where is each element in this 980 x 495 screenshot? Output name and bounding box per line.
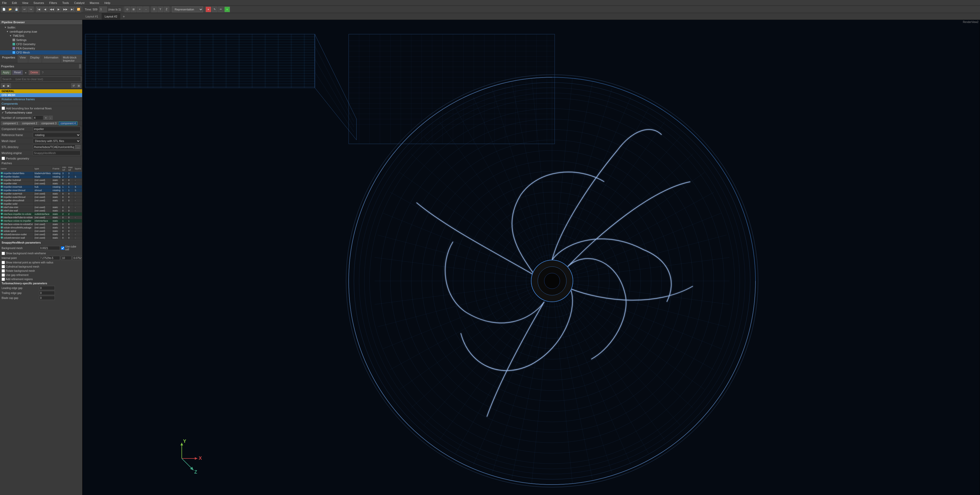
time-input[interactable] bbox=[99, 6, 107, 12]
num-components-minus[interactable]: - bbox=[48, 116, 52, 120]
reset-button[interactable]: Reset bbox=[12, 70, 23, 75]
use-cube-check[interactable] bbox=[61, 246, 64, 250]
num-components-input[interactable] bbox=[33, 115, 43, 120]
tree-settings[interactable]: Settings bbox=[0, 38, 82, 42]
toolbar-view-y[interactable]: Y bbox=[158, 6, 163, 12]
blade-cap-input[interactable] bbox=[39, 296, 55, 300]
comp-tab-1[interactable]: component 1 bbox=[1, 121, 20, 125]
tree-tmesh1[interactable]: ▼ TMESH1 bbox=[0, 34, 82, 38]
prop-nav-right[interactable]: ▶ bbox=[6, 83, 11, 88]
periodic-geo-check[interactable] bbox=[2, 156, 5, 160]
menu-sources[interactable]: Sources bbox=[32, 1, 45, 5]
show-internal-row: Show internal point as sphere with radiu… bbox=[2, 261, 81, 264]
toolbar-color[interactable]: ● bbox=[205, 6, 211, 12]
representation-select[interactable]: Representation bbox=[172, 6, 203, 12]
show-bg-check[interactable] bbox=[2, 252, 5, 255]
delete-button[interactable]: Delete bbox=[29, 70, 40, 75]
comp-tab-2[interactable]: component 2 bbox=[20, 121, 39, 125]
turbomachinery-row: ✓ Turbomachinery case bbox=[0, 110, 82, 115]
prop-nav-left[interactable]: ◀ bbox=[1, 83, 6, 88]
menu-view[interactable]: View bbox=[21, 1, 29, 5]
int-point-x[interactable] bbox=[39, 256, 60, 260]
prop-nav-refresh[interactable]: ↺ bbox=[71, 83, 76, 88]
menu-bar: File Edit View Sources Filters Tools Cat… bbox=[0, 0, 980, 6]
cyl-bg-check[interactable] bbox=[2, 265, 5, 268]
tree-builtin[interactable]: ▼ builtin: bbox=[0, 26, 82, 29]
menu-filters[interactable]: Filters bbox=[48, 1, 58, 5]
add-ref-check[interactable] bbox=[2, 278, 5, 281]
show-internal-check[interactable] bbox=[2, 261, 5, 264]
panel-resize-handle[interactable] bbox=[79, 64, 81, 69]
prop-nav-expand[interactable]: ⊞ bbox=[76, 83, 81, 88]
int-point-z[interactable] bbox=[73, 256, 82, 260]
toolbar-new[interactable]: 📄 bbox=[1, 6, 7, 12]
toolbar-undo[interactable]: ↩ bbox=[22, 6, 27, 12]
mesh-input-select[interactable]: Directory with STL files bbox=[33, 139, 81, 143]
toolbar-play-prev[interactable]: ◀ bbox=[42, 6, 48, 12]
comp-tab-3[interactable]: component 3 bbox=[40, 121, 59, 125]
ref-frame-select[interactable]: rotating bbox=[33, 133, 81, 137]
tab-display[interactable]: Display bbox=[28, 55, 42, 63]
menu-tools[interactable]: Tools bbox=[61, 1, 70, 5]
toolbar-play[interactable]: ▶ bbox=[56, 6, 62, 12]
general-section: GENERAL bbox=[0, 89, 82, 93]
3d-viewport[interactable]: RenderView2 bbox=[83, 20, 980, 495]
rotation-ref-label[interactable]: Rotation reference frames bbox=[2, 97, 35, 101]
toolbar-view-z[interactable]: Z bbox=[164, 6, 170, 12]
leading-edge-input[interactable] bbox=[39, 286, 55, 290]
toolbar-open[interactable]: 📂 bbox=[7, 6, 13, 12]
toolbar-zoom-out[interactable]: - bbox=[143, 6, 149, 12]
properties-scroll[interactable]: GENERAL CFD MESH Rotation reference fram… bbox=[0, 89, 82, 495]
num-components-plus[interactable]: + bbox=[44, 116, 48, 120]
toolbar-zoom-in[interactable]: + bbox=[137, 6, 143, 12]
col-layers: layers bbox=[74, 166, 82, 172]
menu-edit[interactable]: Edit bbox=[11, 1, 18, 5]
tab-properties[interactable]: Properties bbox=[0, 55, 18, 63]
help-button[interactable]: ? bbox=[41, 71, 45, 74]
stl-dir-browse[interactable]: … bbox=[75, 145, 81, 149]
mesh-engine-input[interactable] bbox=[33, 151, 81, 155]
tab-multiblock[interactable]: Multi-block Inspector bbox=[61, 55, 82, 63]
gap-ref-check[interactable] bbox=[2, 273, 5, 277]
tab-information[interactable]: Information bbox=[42, 55, 61, 63]
toolbar-play-next[interactable]: ▶| bbox=[69, 6, 75, 12]
menu-catalyst[interactable]: Catalyst bbox=[73, 1, 86, 5]
toolbar-redo[interactable]: ↪ bbox=[28, 6, 33, 12]
toolbar-play-loop[interactable]: 🔁 bbox=[76, 6, 81, 12]
patch-icon bbox=[1, 196, 3, 198]
toolbar-reset-camera[interactable]: ⊙ bbox=[124, 6, 130, 12]
toolbar-save[interactable]: 💾 bbox=[14, 6, 19, 12]
layout-tab-2[interactable]: Layout #2 bbox=[102, 13, 121, 20]
search-input[interactable] bbox=[1, 77, 81, 82]
tree-pump-file[interactable]: ▼ centrifugal-pump.tcae bbox=[0, 29, 82, 34]
trailing-edge-input[interactable] bbox=[39, 291, 55, 295]
toolbar-play-first[interactable]: |◀ bbox=[36, 6, 42, 12]
int-point-y[interactable] bbox=[61, 256, 72, 260]
comp-tab-4[interactable]: component 4 bbox=[59, 121, 78, 125]
add-bounding-box-check[interactable] bbox=[2, 107, 5, 110]
apply-button[interactable]: Apply bbox=[1, 70, 11, 75]
bg-mesh-input[interactable] bbox=[39, 246, 60, 250]
menu-macros[interactable]: Macros bbox=[89, 1, 100, 5]
toolbar-view-x[interactable]: X bbox=[151, 6, 157, 12]
toolbar-edit1[interactable]: ✎ bbox=[212, 6, 218, 12]
comp-name-input[interactable] bbox=[33, 127, 81, 131]
tree-cfd-geometry[interactable]: CFD Geometry bbox=[0, 42, 82, 46]
fea-icon bbox=[13, 47, 15, 50]
toolbar-edit2[interactable]: ✏ bbox=[218, 6, 224, 12]
viewport-header: RenderView2 bbox=[961, 20, 980, 24]
components-label[interactable]: Components bbox=[2, 102, 18, 106]
toolbar-play-fwd[interactable]: ▶▶ bbox=[62, 6, 69, 12]
tab-view[interactable]: View bbox=[18, 55, 28, 63]
stl-dir-input[interactable] bbox=[33, 145, 75, 149]
menu-file[interactable]: File bbox=[1, 1, 8, 5]
trailing-edge-row: Trailing edge gap bbox=[2, 291, 81, 295]
layout-tab-add[interactable]: + bbox=[121, 14, 127, 19]
rotate-bg-check[interactable] bbox=[2, 269, 5, 273]
tree-cfd-mesh[interactable]: CFD Mesh bbox=[0, 50, 82, 54]
layout-tab-1[interactable]: Layout #1 bbox=[83, 13, 102, 20]
menu-help[interactable]: Help bbox=[103, 1, 111, 5]
toolbar-zoom-fit[interactable]: ⊞ bbox=[130, 6, 137, 12]
toolbar-play-back[interactable]: ◀◀ bbox=[48, 6, 55, 12]
tree-fea-geometry[interactable]: FEA Geometry bbox=[0, 46, 82, 50]
